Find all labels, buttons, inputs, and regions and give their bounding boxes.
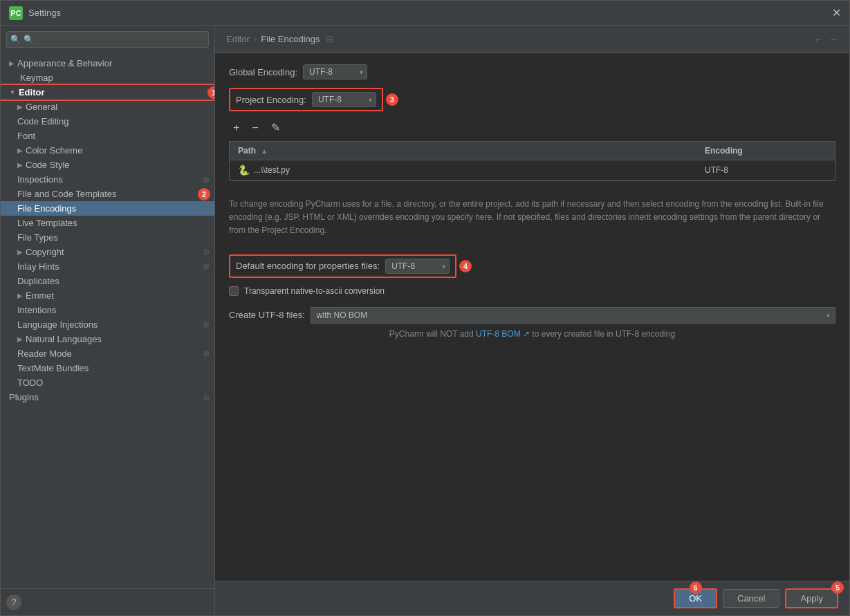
sidebar-item-label: Plugins [9, 392, 203, 402]
global-encoding-row: Global Encoding: UTF-8 UTF-16 ISO-8859-1 [229, 64, 835, 80]
sidebar-item-file-types[interactable]: File Types [1, 230, 214, 245]
forward-arrow[interactable]: → [829, 34, 838, 45]
project-encoding-label: Project Encoding: [236, 95, 306, 105]
window-title: Settings [28, 8, 61, 18]
cancel-button[interactable]: Cancel [723, 589, 779, 608]
transparent-label: Transparent native-to-ascii conversion [244, 286, 385, 296]
sidebar-item-label: File Encodings [17, 203, 203, 214]
create-utf8-select[interactable]: with NO BOM with BOM always add BOM [311, 307, 835, 324]
settings-icon: ⊟ [203, 263, 209, 270]
sidebar-item-label: Font [17, 131, 209, 141]
table-row[interactable]: 🐍 ...\\test.py UTF-8 [230, 160, 835, 180]
project-encoding-badge: 3 [386, 93, 398, 106]
search-box: 🔍 [6, 31, 209, 48]
sidebar-item-natural-languages[interactable]: ▶ Natural Languages [1, 332, 214, 346]
nav-arrows: ← → [813, 34, 838, 45]
sidebar-item-label: Inlay Hints [17, 261, 203, 272]
sort-arrow: ▲ [261, 147, 268, 155]
sidebar-item-label: Code Style [26, 160, 209, 170]
sidebar-item-reader-mode[interactable]: Reader Mode ⊟ [1, 346, 214, 361]
apply-button-container: Apply 5 [785, 588, 838, 608]
default-encoding-select[interactable]: UTF-8 UTF-16 ISO-8859-1 [385, 259, 450, 274]
close-button[interactable]: ✕ [832, 6, 841, 19]
sidebar-item-label: Live Templates [17, 218, 209, 228]
back-arrow[interactable]: ← [813, 34, 823, 45]
note-text: PyCharm will NOT add UTF-8 BOM ↗ to ever… [229, 329, 835, 339]
expand-arrow: ▼ [9, 88, 16, 96]
sidebar-item-font[interactable]: Font [1, 129, 214, 143]
sidebar-item-plugins[interactable]: Plugins ⊟ [1, 390, 214, 404]
sidebar-item-todo[interactable]: TODO [1, 375, 214, 390]
page-icon: ⊟ [326, 34, 333, 44]
sidebar: 🔍 ▶ Appearance & Behavior Keymap ▼ Edito… [1, 26, 215, 615]
col-header-path[interactable]: Path ▲ [230, 142, 696, 160]
expand-arrow: ▶ [17, 161, 23, 169]
sidebar-item-emmet[interactable]: ▶ Emmet [1, 288, 214, 303]
encoding-toolbar: + − ✎ [229, 120, 835, 136]
create-utf8-row: Create UTF-8 files: with NO BOM with BOM… [229, 307, 835, 324]
global-encoding-select[interactable]: UTF-8 UTF-16 ISO-8859-1 [303, 64, 367, 80]
sidebar-item-duplicates[interactable]: Duplicates [1, 274, 214, 288]
sidebar-item-appearance[interactable]: ▶ Appearance & Behavior [1, 56, 214, 71]
sidebar-item-label: TODO [17, 377, 209, 388]
settings-icon: ⊟ [203, 176, 209, 183]
transparent-checkbox[interactable] [229, 286, 239, 296]
apply-button[interactable]: Apply [785, 588, 838, 608]
table-cell-path: 🐍 ...\\test.py [230, 160, 696, 180]
default-encoding-badge: 4 [459, 260, 472, 272]
transparent-checkbox-row: Transparent native-to-ascii conversion [229, 286, 835, 296]
sidebar-tree: ▶ Appearance & Behavior Keymap ▼ Editor … [1, 53, 214, 588]
settings-icon: ⊟ [203, 205, 209, 212]
main-content: 🔍 ▶ Appearance & Behavior Keymap ▼ Edito… [1, 26, 849, 615]
sidebar-item-textmate-bundles[interactable]: TextMate Bundles [1, 361, 214, 375]
project-encoding-row: Project Encoding: UTF-8 UTF-16 ISO-8859-… [229, 88, 383, 111]
table-cell-encoding: UTF-8 [696, 161, 835, 179]
sidebar-item-label: Keymap [9, 73, 209, 83]
expand-arrow: ▶ [9, 59, 15, 67]
sidebar-item-code-editing[interactable]: Code Editing [1, 114, 214, 129]
sidebar-item-inlay-hints[interactable]: Inlay Hints ⊟ [1, 259, 214, 274]
search-input[interactable] [6, 31, 209, 48]
add-encoding-button[interactable]: + [229, 120, 243, 136]
create-utf8-label: Create UTF-8 files: [229, 310, 305, 320]
sidebar-item-intentions[interactable]: Intentions [1, 303, 214, 317]
settings-icon: ⊟ [203, 321, 209, 328]
sidebar-item-inspections[interactable]: Inspections ⊟ [1, 172, 214, 187]
default-encoding-container: Default encoding for properties files: U… [229, 254, 456, 278]
breadcrumb-file-encodings[interactable]: File Encodings [261, 34, 320, 44]
sidebar-item-code-style[interactable]: ▶ Code Style [1, 158, 214, 172]
encoding-table: Path ▲ Encoding 🐍 ...\\test.py UTF-8 [229, 141, 835, 181]
sidebar-item-label: Intentions [17, 305, 209, 315]
sidebar-item-live-templates[interactable]: Live Templates [1, 216, 214, 230]
sidebar-item-file-code-templates[interactable]: File and Code Templates 2 [1, 187, 214, 201]
breadcrumb-editor[interactable]: Editor [226, 34, 250, 44]
col-header-encoding[interactable]: Encoding [696, 142, 835, 160]
help-button[interactable]: ? [6, 595, 21, 610]
sidebar-item-copyright[interactable]: ▶ Copyright ⊟ [1, 245, 214, 259]
search-icon: 🔍 [10, 35, 21, 44]
sidebar-item-label: Natural Languages [26, 334, 209, 344]
sidebar-item-file-encodings[interactable]: File Encodings ⊟ [1, 201, 214, 216]
project-encoding-container: Project Encoding: UTF-8 UTF-16 ISO-8859-… [229, 88, 383, 111]
expand-arrow: ▶ [17, 103, 23, 111]
file-templates-badge: 2 [198, 188, 210, 200]
ok-badge: 6 [690, 581, 702, 594]
sidebar-item-label: Copyright [26, 247, 203, 257]
utf8-bom-link[interactable]: UTF-8 BOM ↗ [476, 329, 530, 339]
info-text: To change encoding PyCharm uses for a fi… [229, 192, 835, 243]
sidebar-item-editor[interactable]: ▼ Editor 1 [1, 85, 214, 100]
sidebar-item-color-scheme[interactable]: ▶ Color Scheme [1, 143, 214, 158]
sidebar-item-general[interactable]: ▶ General [1, 100, 214, 114]
remove-encoding-button[interactable]: − [248, 120, 262, 136]
breadcrumb: Editor › File Encodings ⊟ [226, 34, 333, 44]
sidebar-item-label: File Types [17, 232, 209, 243]
sidebar-item-label: Language Injections [17, 319, 203, 330]
edit-encoding-button[interactable]: ✎ [267, 120, 284, 136]
sidebar-item-keymap[interactable]: Keymap [1, 71, 214, 85]
sidebar-item-language-injections[interactable]: Language Injections ⊟ [1, 317, 214, 332]
expand-arrow: ▶ [17, 248, 23, 256]
sidebar-item-label: Color Scheme [26, 145, 209, 156]
project-encoding-select[interactable]: UTF-8 UTF-16 ISO-8859-1 [312, 92, 376, 107]
sidebar-item-label: Editor [19, 87, 209, 97]
sidebar-item-label: Code Editing [17, 116, 209, 127]
